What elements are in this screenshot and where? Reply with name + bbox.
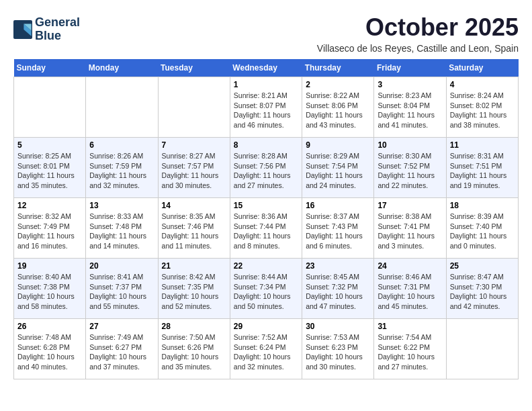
day-info: Sunrise: 8:37 AMSunset: 7:43 PMDaylight:… [306, 212, 370, 251]
day-number: 10 [378, 140, 442, 150]
day-number: 11 [450, 140, 515, 150]
day-number: 17 [378, 201, 442, 210]
day-number: 27 [89, 322, 154, 331]
calendar-cell: 22Sunrise: 8:44 AMSunset: 7:34 PMDayligh… [230, 259, 302, 319]
day-number: 6 [89, 140, 154, 150]
day-number: 19 [17, 261, 82, 271]
day-number: 22 [234, 261, 298, 271]
calendar-cell: 24Sunrise: 8:46 AMSunset: 7:31 PMDayligh… [374, 259, 446, 319]
calendar-cell: 14Sunrise: 8:35 AMSunset: 7:46 PMDayligh… [158, 198, 230, 259]
day-number: 8 [234, 140, 298, 150]
day-number: 3 [378, 80, 442, 89]
day-info: Sunrise: 7:50 AMSunset: 6:26 PMDaylight:… [162, 332, 226, 372]
calendar-table: SundayMondayTuesdayWednesdayThursdayFrid… [13, 59, 519, 379]
day-number: 15 [234, 201, 298, 210]
day-info: Sunrise: 8:39 AMSunset: 7:40 PMDaylight:… [450, 212, 515, 251]
location-title: Villaseco de los Reyes, Castille and Leo… [317, 43, 519, 54]
calendar-week-row: 19Sunrise: 8:40 AMSunset: 7:38 PMDayligh… [14, 259, 519, 319]
calendar-cell: 7Sunrise: 8:27 AMSunset: 7:57 PMDaylight… [158, 138, 230, 198]
calendar-cell: 28Sunrise: 7:50 AMSunset: 6:26 PMDayligh… [158, 319, 230, 379]
day-info: Sunrise: 8:40 AMSunset: 7:38 PMDaylight:… [17, 272, 82, 312]
calendar-header-row: SundayMondayTuesdayWednesdayThursdayFrid… [14, 59, 519, 77]
day-info: Sunrise: 8:21 AMSunset: 8:07 PMDaylight:… [234, 91, 298, 130]
day-info: Sunrise: 7:49 AMSunset: 6:27 PMDaylight:… [89, 332, 154, 372]
day-info: Sunrise: 8:47 AMSunset: 7:30 PMDaylight:… [450, 272, 515, 312]
day-number: 23 [306, 261, 370, 271]
calendar-cell: 21Sunrise: 8:42 AMSunset: 7:35 PMDayligh… [158, 259, 230, 319]
day-number: 7 [162, 140, 226, 150]
day-info: Sunrise: 7:53 AMSunset: 6:23 PMDaylight:… [306, 332, 370, 372]
calendar-day-header: Friday [374, 59, 446, 77]
day-info: Sunrise: 8:22 AMSunset: 8:06 PMDaylight:… [306, 91, 370, 130]
day-info: Sunrise: 8:42 AMSunset: 7:35 PMDaylight:… [162, 272, 226, 312]
day-info: Sunrise: 8:31 AMSunset: 7:51 PMDaylight:… [450, 151, 515, 191]
calendar-cell: 3Sunrise: 8:23 AMSunset: 8:04 PMDaylight… [374, 77, 446, 138]
day-info: Sunrise: 8:28 AMSunset: 7:56 PMDaylight:… [234, 151, 298, 191]
calendar-cell: 26Sunrise: 7:48 AMSunset: 6:28 PMDayligh… [14, 319, 86, 379]
calendar-cell: 18Sunrise: 8:39 AMSunset: 7:40 PMDayligh… [446, 198, 518, 259]
calendar-cell: 30Sunrise: 7:53 AMSunset: 6:23 PMDayligh… [302, 319, 374, 379]
day-info: Sunrise: 7:52 AMSunset: 6:24 PMDaylight:… [234, 332, 298, 372]
day-number: 24 [378, 261, 442, 271]
day-number: 1 [234, 80, 298, 89]
day-number: 9 [306, 140, 370, 150]
day-number: 26 [17, 322, 82, 331]
day-number: 2 [306, 80, 370, 89]
day-number: 18 [450, 201, 515, 210]
calendar-cell [158, 77, 230, 138]
calendar-cell: 27Sunrise: 7:49 AMSunset: 6:27 PMDayligh… [86, 319, 158, 379]
calendar-cell: 23Sunrise: 8:45 AMSunset: 7:32 PMDayligh… [302, 259, 374, 319]
day-info: Sunrise: 8:33 AMSunset: 7:48 PMDaylight:… [89, 212, 154, 251]
day-info: Sunrise: 8:36 AMSunset: 7:44 PMDaylight:… [234, 212, 298, 251]
day-number: 12 [17, 201, 82, 210]
day-number: 20 [89, 261, 154, 271]
day-number: 13 [89, 201, 154, 210]
day-number: 31 [378, 322, 442, 331]
day-info: Sunrise: 8:46 AMSunset: 7:31 PMDaylight:… [378, 272, 442, 312]
calendar-cell [446, 319, 518, 379]
day-number: 4 [450, 80, 515, 89]
day-number: 28 [162, 322, 226, 331]
calendar-cell: 10Sunrise: 8:30 AMSunset: 7:52 PMDayligh… [374, 138, 446, 198]
day-number: 29 [234, 322, 298, 331]
calendar-cell [14, 77, 86, 138]
day-number: 21 [162, 261, 226, 271]
calendar-cell: 8Sunrise: 8:28 AMSunset: 7:56 PMDaylight… [230, 138, 302, 198]
calendar-body: 1Sunrise: 8:21 AMSunset: 8:07 PMDaylight… [14, 77, 519, 379]
calendar-day-header: Thursday [302, 59, 374, 77]
calendar-cell: 17Sunrise: 8:38 AMSunset: 7:41 PMDayligh… [374, 198, 446, 259]
calendar-day-header: Tuesday [158, 59, 230, 77]
page-header: General Blue October 2025 Villaseco de l… [13, 13, 519, 54]
calendar-cell: 31Sunrise: 7:54 AMSunset: 6:22 PMDayligh… [374, 319, 446, 379]
calendar-cell: 13Sunrise: 8:33 AMSunset: 7:48 PMDayligh… [86, 198, 158, 259]
calendar-cell: 19Sunrise: 8:40 AMSunset: 7:38 PMDayligh… [14, 259, 86, 319]
calendar-cell: 6Sunrise: 8:26 AMSunset: 7:59 PMDaylight… [86, 138, 158, 198]
logo-icon [13, 20, 32, 39]
calendar-cell: 2Sunrise: 8:22 AMSunset: 8:06 PMDaylight… [302, 77, 374, 138]
calendar-week-row: 12Sunrise: 8:32 AMSunset: 7:49 PMDayligh… [14, 198, 519, 259]
calendar-week-row: 1Sunrise: 8:21 AMSunset: 8:07 PMDaylight… [14, 77, 519, 138]
day-info: Sunrise: 8:29 AMSunset: 7:54 PMDaylight:… [306, 151, 370, 191]
day-number: 5 [17, 140, 82, 150]
day-info: Sunrise: 8:44 AMSunset: 7:34 PMDaylight:… [234, 272, 298, 312]
month-title: October 2025 [317, 13, 519, 42]
calendar-cell: 1Sunrise: 8:21 AMSunset: 8:07 PMDaylight… [230, 77, 302, 138]
calendar-cell: 5Sunrise: 8:25 AMSunset: 8:01 PMDaylight… [14, 138, 86, 198]
day-info: Sunrise: 7:48 AMSunset: 6:28 PMDaylight:… [17, 332, 82, 372]
day-info: Sunrise: 7:54 AMSunset: 6:22 PMDaylight:… [378, 332, 442, 372]
calendar-cell: 29Sunrise: 7:52 AMSunset: 6:24 PMDayligh… [230, 319, 302, 379]
calendar-cell: 12Sunrise: 8:32 AMSunset: 7:49 PMDayligh… [14, 198, 86, 259]
calendar-cell: 15Sunrise: 8:36 AMSunset: 7:44 PMDayligh… [230, 198, 302, 259]
day-info: Sunrise: 8:41 AMSunset: 7:37 PMDaylight:… [89, 272, 154, 312]
day-info: Sunrise: 8:38 AMSunset: 7:41 PMDaylight:… [378, 212, 442, 251]
calendar-cell [86, 77, 158, 138]
logo: General Blue [13, 16, 80, 43]
calendar-cell: 16Sunrise: 8:37 AMSunset: 7:43 PMDayligh… [302, 198, 374, 259]
calendar-cell: 20Sunrise: 8:41 AMSunset: 7:37 PMDayligh… [86, 259, 158, 319]
day-info: Sunrise: 8:32 AMSunset: 7:49 PMDaylight:… [17, 212, 82, 251]
calendar-cell: 9Sunrise: 8:29 AMSunset: 7:54 PMDaylight… [302, 138, 374, 198]
calendar-week-row: 5Sunrise: 8:25 AMSunset: 8:01 PMDaylight… [14, 138, 519, 198]
day-number: 30 [306, 322, 370, 331]
calendar-week-row: 26Sunrise: 7:48 AMSunset: 6:28 PMDayligh… [14, 319, 519, 379]
calendar-day-header: Sunday [14, 59, 86, 77]
